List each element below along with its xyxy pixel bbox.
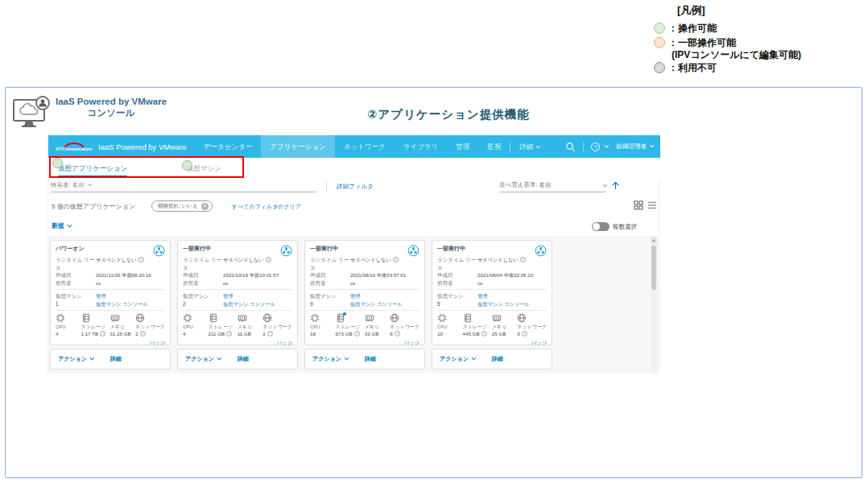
monitor-cloud-icon [12,96,51,128]
vcd-console: NTTCommunications IaaS Powered by VMware… [48,135,659,374]
chevron-down-icon [344,356,349,361]
nav-item-application[interactable]: アプリケーション [261,135,334,158]
filter-chip-label: 期限切れ: いいえ [158,201,198,211]
green-annotation-dot [182,160,192,171]
actions-button-label: アクション [440,356,469,361]
badge-link[interactable]: バッジ [531,340,547,345]
vm-console-link[interactable]: 仮想マシン コンソール [477,300,530,308]
cpu-icon [183,313,192,323]
vapp-card: 一部実行中 ランタイム リース サスペンドしない 作成日 2021/08/10 … [304,240,425,345]
sort-select[interactable]: 並べ替え基準: 名前 [499,181,606,192]
vapp-icon [280,245,292,257]
multiselect-toggle[interactable] [592,222,610,231]
new-button[interactable]: 新規 [52,221,70,230]
storage-label: ストレージ [463,324,488,330]
storage-label: ストレージ [81,324,106,330]
tab-virtual-applications[interactable]: 仮想アプリケーション [58,158,127,177]
navbar-right: 組織管理者 [558,142,661,152]
memory-label: メモリ [492,324,513,330]
actions-button-label: アクション [185,356,214,361]
details-link[interactable]: 詳細 [110,355,122,363]
actions-button[interactable]: アクション [58,355,93,363]
vm-count: 5 [437,300,477,308]
owner-value: cs [350,279,355,287]
badge-link[interactable]: バッジ [404,340,420,345]
nav-item-library[interactable]: ライブラリ [395,135,448,158]
chevron-down-icon [536,144,541,149]
vm-console-link[interactable]: 仮想マシン コンソール [96,300,148,308]
help-icon[interactable] [591,142,600,151]
network-value: 2 [262,331,265,336]
new-button-label: 新規 [52,222,64,229]
memory-icon [492,313,502,323]
manage-link[interactable]: 管理 [223,292,233,300]
memory-icon [238,313,247,323]
cpu-label: CPU [183,324,204,330]
manage-link[interactable]: 管理 [96,292,105,300]
chevron-down-icon [604,143,609,148]
network-label: ネットワーク [390,324,420,330]
card-view-icon[interactable] [634,200,643,210]
sort-ascending-icon[interactable] [612,181,619,190]
network-value: 6 [390,331,392,336]
network-value: 3 [517,331,519,336]
filter-chip[interactable]: 期限切れ: いいえ [151,200,213,212]
vm-label: 仮想マシン [183,292,223,300]
storage-label: ストレージ [336,324,361,330]
ntt-logo: NTTCommunications [55,142,93,151]
nav-item-network[interactable]: ネットワーク [335,135,395,158]
details-link[interactable]: 詳細 [238,355,249,363]
owner-label: 所有者 [56,279,96,287]
list-view-icon[interactable] [647,200,657,210]
actions-button[interactable]: アクション [440,355,474,363]
actions-button[interactable]: アクション [185,355,220,363]
info-icon [140,331,146,336]
cpu-icon [310,313,320,323]
legend-label: ：操作可能 [668,23,717,34]
search-icon[interactable] [565,142,576,152]
actions-button-label: アクション [58,356,87,361]
network-icon [390,313,399,323]
manage-link[interactable]: 管理 [350,292,360,300]
scrollbar-thumb[interactable] [651,246,656,290]
chip-close-icon[interactable] [201,203,209,210]
chevron-down-icon [650,143,655,148]
legend-label: ：利用不可 [668,62,717,73]
nav-item-monitor[interactable]: 監視 [478,135,510,158]
nav-item-datacenter[interactable]: データセンター [195,135,262,158]
memory-value: 31.25 GB [110,330,131,337]
created-label: 作成日 [56,271,96,279]
badge-link[interactable]: バッジ [277,340,292,345]
details-link[interactable]: 詳細 [365,355,376,363]
network-icon [262,313,272,323]
vapp-card: パワーオン ランタイム リース サスペンドしない 作成日 2021/11/26 … [50,240,171,345]
vm-console-link[interactable]: 仮想マシン コンソール [350,300,403,308]
page: [凡例] ：操作可能 ：一部操作可能 (IPVコンソールにて編集可能) ：利用不… [0,0,868,483]
badge-link[interactable]: バッジ [150,340,165,345]
actions-button[interactable]: アクション [312,355,347,363]
created-label: 作成日 [437,271,477,279]
vapp-icon [535,245,547,257]
created-value: 2021/08/04 午後02:05:10 [477,271,533,279]
nav-item-more[interactable]: 詳細 [510,135,548,158]
cpu-value: 4 [56,330,76,337]
legend-item-unavailable: ：利用不可 [654,62,863,73]
scrollbar[interactable] [651,237,657,374]
toolbar-divider [326,181,327,192]
memory-icon [110,313,120,323]
nav-item-admin[interactable]: 管理 [447,135,478,158]
owner-label: 所有者 [310,279,350,287]
storage-icon [209,313,218,323]
cards-area: パワーオン ランタイム リース サスペンドしない 作成日 2021/11/26 … [48,237,660,374]
advanced-filter-link[interactable]: 詳細フィルタ [337,183,374,191]
product-title-line1: IaaS Powered by VMware [56,96,167,107]
details-link[interactable]: 詳細 [492,355,503,363]
user-menu[interactable]: 組織管理者 [617,142,653,151]
vm-console-link[interactable]: 仮想マシン コンソール [223,300,275,308]
clear-filters-link[interactable]: すべてのフィルタのクリア [232,203,301,211]
scrollbar-up-arrow[interactable] [651,237,657,244]
cpu-value: 18 [310,330,331,337]
manage-link[interactable]: 管理 [477,292,487,300]
search-input[interactable]: 検索者: 名前 [51,181,316,192]
created-value: 2021/08/10 午後03:57:01 [350,271,406,279]
